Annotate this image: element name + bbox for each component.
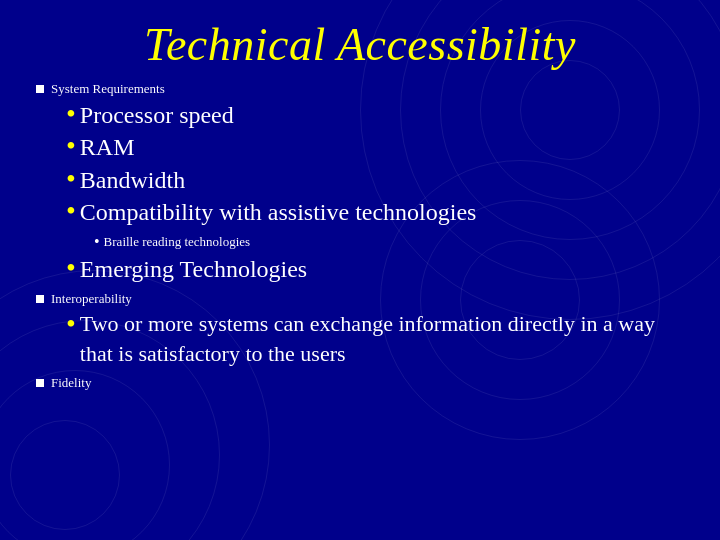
bullet-dot: • [66,164,76,195]
section-bullet [36,295,44,303]
list-item: • Compatibility with assistive technolog… [66,196,684,228]
item-text: Bandwidth [80,164,185,196]
system-requirements-list: • Processor speed • RAM • Bandwidth • Co… [66,99,684,229]
list-item: • Braille reading technologies [94,233,684,251]
item-text: Processor speed [80,99,234,131]
bullet-dot: • [94,233,100,251]
emerging-tech-list: • Emerging Technologies [66,253,684,285]
section-label-text: Fidelity [51,375,91,391]
slide-title: Technical Accessibility [36,18,684,71]
slide-content: Technical Accessibility System Requireme… [0,0,720,411]
item-text: Emerging Technologies [80,253,307,285]
item-text: Two or more systems can exchange informa… [80,309,684,368]
bullet-dot: • [66,196,76,227]
list-item: • Processor speed [66,99,684,131]
section-bullet [36,85,44,93]
bullet-dot: • [66,131,76,162]
section-label-text: System Requirements [51,81,165,97]
sub-items-list: • Braille reading technologies [94,233,684,251]
list-item: • Emerging Technologies [66,253,684,285]
bullet-dot: • [66,253,76,284]
section-label-text: Interoperability [51,291,132,307]
section-bullet [36,379,44,387]
section-system-requirements: System Requirements [36,81,684,97]
list-item: • RAM [66,131,684,163]
section-interoperability: Interoperability [36,291,684,307]
bullet-dot: • [66,99,76,130]
item-text: Compatibility with assistive technologie… [80,196,477,228]
item-text: Braille reading technologies [104,233,251,251]
item-text: RAM [80,131,135,163]
list-item: • Bandwidth [66,164,684,196]
section-fidelity: Fidelity [36,375,684,391]
interoperability-item: • Two or more systems can exchange infor… [66,309,684,368]
bullet-dot: • [66,309,76,340]
